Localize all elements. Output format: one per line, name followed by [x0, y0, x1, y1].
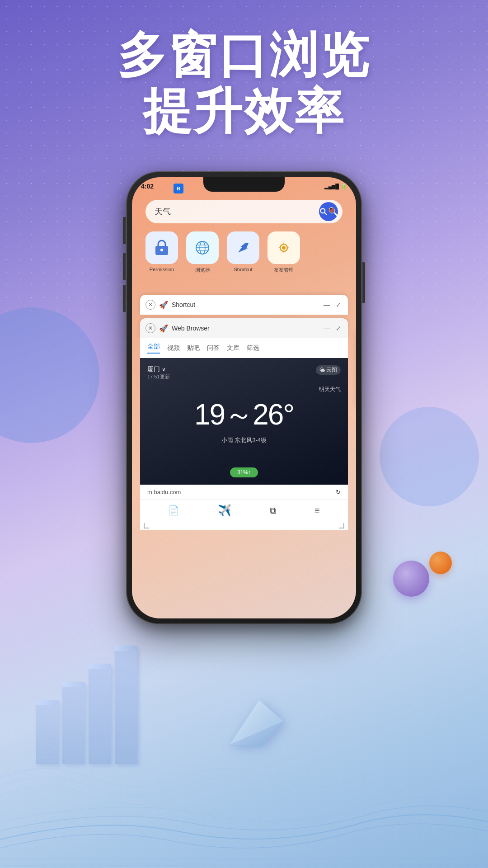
tab-qa[interactable]: 问答: [207, 344, 220, 352]
toolbar-share-icon[interactable]: ✈️: [218, 504, 231, 517]
tab-all[interactable]: 全部: [147, 343, 160, 354]
shortcut-expand-btn[interactable]: ⤢: [334, 301, 343, 309]
phone-screen: 4:02 B ▂▄▆█ 🔋 天气: [132, 177, 356, 618]
tab-library[interactable]: 文库: [227, 344, 239, 352]
status-bar: 4:02 B ▂▄▆█ 🔋: [141, 181, 347, 192]
corner-bottom-right: [339, 523, 344, 528]
weather-tomorrow-label: 明天天气: [147, 386, 341, 393]
shortcut-minimize-btn[interactable]: —: [323, 301, 331, 309]
window-resize-corners: [140, 521, 348, 530]
toolbar-tabs-icon[interactable]: ⧉: [270, 505, 276, 516]
weather-temperature: 19～26°: [147, 395, 341, 434]
weather-city-info: 厦门 ∨ 17:51更新: [147, 365, 170, 384]
weather-description: 小雨 东北风3-4级: [147, 436, 341, 444]
weather-cloud-btn[interactable]: 🌥 云图: [316, 365, 341, 375]
headline-line2: 提升效率: [0, 83, 488, 139]
phone-device: 4:02 B ▂▄▆█ 🔋 天气: [127, 172, 361, 624]
battery-icon: 🔋: [341, 184, 347, 189]
baidu-indicator: B: [174, 184, 183, 193]
shortcut-window-titlebar[interactable]: ✕ 🚀 Shortcut — ⤢: [140, 295, 348, 315]
plugin-icon-bg: [267, 231, 300, 264]
browser-window-favicon: 🚀: [159, 324, 168, 333]
browser-window-title: Web Browser: [172, 325, 319, 332]
decorative-sphere-purple: [393, 561, 429, 597]
app-icon-permission[interactable]: Permission: [145, 231, 178, 274]
chart-bar-1: [36, 701, 59, 764]
shortcut-window-favicon: 🚀: [159, 301, 168, 309]
decorative-sphere-orange: [429, 552, 452, 574]
browser-expand-btn[interactable]: ⤢: [334, 324, 343, 332]
headline-section: 多窗口浏览 提升效率: [0, 27, 488, 139]
app-icon-plugin[interactable]: 友友管理: [267, 231, 300, 274]
headline-line1: 多窗口浏览: [0, 27, 488, 83]
browser-window-controls: — ⤢: [323, 324, 343, 332]
search-bar[interactable]: 天气: [145, 200, 343, 223]
weather-update-time: 17:51更新: [147, 373, 170, 380]
weather-more-button[interactable]: 31%↑: [230, 467, 258, 477]
chart-bar-2: [62, 683, 85, 764]
browser-windows-stack: ✕ 🚀 Shortcut — ⤢ ✕ 🚀 Web Browser — ⤢: [140, 295, 348, 530]
search-input-text: 天气: [155, 206, 319, 217]
svg-line-6: [324, 212, 327, 215]
svg-point-8: [160, 249, 163, 251]
browser-label: 浏览器: [195, 267, 210, 274]
permission-icon-bg: [145, 231, 178, 264]
shortcut-window-controls: — ⤢: [323, 301, 343, 309]
browser-bottom-toolbar: 📄 ✈️ ⧉ ≡: [140, 499, 348, 521]
status-time: 4:02: [141, 183, 154, 190]
plugin-label: 友友管理: [274, 267, 294, 274]
browser-tab-bar: 全部 视频 贴吧 问答 文库 筛选: [140, 338, 348, 358]
background-blob-1: [0, 307, 99, 443]
refresh-icon[interactable]: ↻: [336, 489, 341, 495]
toolbar-bookmark-icon[interactable]: 📄: [168, 505, 179, 516]
chart-decoration: [36, 646, 137, 764]
shortcut-icon-bg: [227, 231, 259, 264]
tab-tieba[interactable]: 贴吧: [187, 344, 200, 352]
search-button[interactable]: [319, 202, 338, 221]
chart-bar-4: [115, 646, 137, 764]
tab-filter[interactable]: 筛选: [247, 344, 259, 352]
weather-city-dropdown-icon: ∨: [162, 366, 166, 373]
status-icons: ▂▄▆█ 🔋: [324, 184, 347, 189]
toolbar-menu-icon[interactable]: ≡: [314, 505, 320, 516]
permission-label: Permission: [150, 267, 174, 272]
shortcut-window-close[interactable]: ✕: [145, 300, 155, 310]
browser-window-close[interactable]: ✕: [145, 323, 155, 333]
browser-minimize-btn[interactable]: —: [323, 324, 331, 332]
shortcut-window-title: Shortcut: [172, 301, 319, 308]
shortcut-label: Shortcut: [234, 267, 253, 272]
svg-point-15: [282, 246, 286, 250]
tab-video[interactable]: 视频: [167, 344, 180, 352]
browser-window-titlebar[interactable]: ✕ 🚀 Web Browser — ⤢: [140, 318, 348, 338]
corner-bottom-left: [144, 523, 149, 528]
url-address: m.baidu.com: [147, 489, 331, 495]
weather-city-name: 厦门 ∨: [147, 365, 170, 373]
phone-frame: 4:02 B ▂▄▆█ 🔋 天气: [127, 172, 361, 624]
signal-bars-icon: ▂▄▆█: [324, 184, 339, 189]
background-blob-2: [380, 407, 479, 506]
app-icon-browser[interactable]: 浏览器: [186, 231, 219, 274]
url-bar[interactable]: m.baidu.com ↻: [140, 485, 348, 499]
chart-bar-3: [89, 665, 111, 764]
weather-header: 厦门 ∨ 17:51更新 🌥 云图: [147, 365, 341, 384]
weather-content-area: 厦门 ∨ 17:51更新 🌥 云图 明天天气 19～26° 小雨 东北风3-4级…: [140, 358, 348, 485]
app-icon-shortcut[interactable]: Shortcut: [227, 231, 259, 274]
browser-icon-bg: [186, 231, 219, 264]
app-icons-grid: Permission 浏览器: [145, 231, 300, 274]
